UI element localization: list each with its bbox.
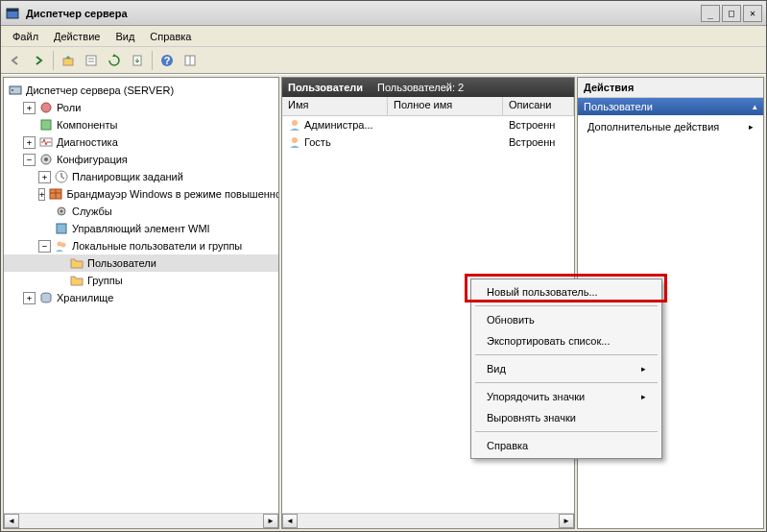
ctx-help[interactable]: Справка — [473, 435, 659, 456]
help-button[interactable]: ? — [156, 50, 178, 71]
svg-point-26 — [61, 243, 66, 248]
roles-icon — [38, 100, 54, 115]
svg-point-17 — [44, 157, 48, 161]
scrollbar-horizontal[interactable]: ◄ ► — [4, 513, 278, 528]
wmi-icon — [54, 221, 69, 236]
svg-point-28 — [292, 120, 298, 126]
expander-icon[interactable]: − — [38, 240, 51, 253]
tree-config[interactable]: − Конфигурация — [4, 151, 278, 168]
svg-point-12 — [12, 89, 13, 91]
tree-storage[interactable]: + Хранилище — [4, 289, 278, 306]
maximize-button[interactable]: □ — [722, 5, 741, 22]
expander-icon[interactable]: + — [38, 171, 51, 183]
menu-view[interactable]: Вид — [108, 29, 142, 44]
scroll-left-icon[interactable]: ◄ — [4, 514, 19, 528]
tree-label: Роли — [57, 102, 81, 113]
folder-icon — [69, 273, 84, 288]
folder-icon — [69, 255, 84, 271]
ctx-refresh[interactable]: Обновить — [473, 309, 659, 330]
expander-icon[interactable]: + — [23, 136, 36, 149]
tree-label: Управляющий элемент WMI — [72, 223, 210, 234]
expander-icon[interactable]: + — [23, 292, 36, 304]
storage-icon — [38, 290, 54, 305]
col-description[interactable]: Описани — [503, 97, 574, 115]
toolbar: ? — [1, 47, 766, 74]
actions-subheader[interactable]: Пользователи ▴ — [578, 98, 763, 115]
user-desc: Встроенн — [503, 136, 574, 148]
actions-more[interactable]: Дополнительные действия ▸ — [578, 115, 763, 138]
svg-rect-3 — [86, 56, 96, 65]
forward-button[interactable] — [28, 50, 49, 71]
menu-file[interactable]: Файл — [5, 29, 46, 44]
tree-label: Компоненты — [57, 119, 117, 131]
separator — [53, 51, 54, 70]
menu-action[interactable]: Действие — [46, 29, 108, 44]
ctx-view[interactable]: Вид▸ — [473, 358, 659, 379]
diagnostics-icon — [38, 134, 54, 150]
minimize-button[interactable]: _ — [701, 5, 720, 22]
firewall-icon — [48, 186, 63, 202]
user-name: Гость — [304, 136, 331, 148]
tree-wmi[interactable]: Управляющий элемент WMI — [4, 220, 278, 237]
svg-rect-2 — [63, 59, 73, 65]
components-icon — [38, 117, 54, 133]
separator — [152, 51, 153, 70]
tree-label: Планировщик заданий — [72, 171, 183, 182]
separator — [475, 305, 658, 306]
list-item[interactable]: Администра... Встроенн — [282, 116, 574, 133]
actions-more-label: Дополнительные действия — [587, 121, 719, 133]
tree-label: Группы — [87, 275, 123, 286]
ctx-arrange[interactable]: Упорядочить значки▸ — [473, 386, 659, 407]
ctx-align[interactable]: Выровнять значки — [473, 407, 659, 428]
ctx-new-user[interactable]: Новый пользователь... — [473, 281, 659, 302]
svg-rect-11 — [10, 86, 21, 94]
tree-scheduler[interactable]: + Планировщик заданий — [4, 168, 278, 185]
svg-point-29 — [292, 137, 298, 143]
user-desc: Встроенн — [503, 119, 574, 131]
user-name: Администра... — [304, 119, 373, 131]
properties-button[interactable] — [81, 50, 102, 71]
scroll-left-icon[interactable]: ◄ — [282, 514, 298, 528]
separator — [475, 354, 658, 355]
list-item[interactable]: Гость Встроенн — [282, 133, 574, 151]
tree-users[interactable]: Пользователи — [4, 254, 278, 272]
tree-label: Пользователи — [87, 257, 156, 269]
scroll-right-icon[interactable]: ► — [263, 514, 278, 528]
tree-local-users[interactable]: − Локальные пользователи и группы — [4, 237, 278, 254]
chevron-right-icon: ▸ — [641, 364, 646, 374]
titlebar: Диспетчер сервера _ □ ✕ — [1, 1, 766, 26]
list-count: Пользователей: 2 — [377, 82, 464, 93]
menubar: Файл Действие Вид Справка — [1, 26, 766, 47]
tree-firewall[interactable]: + Брандмауэр Windows в режиме повышенно — [4, 185, 278, 203]
svg-rect-24 — [57, 224, 66, 233]
tree-roles[interactable]: + Роли — [4, 99, 278, 116]
users-icon — [54, 238, 69, 254]
col-name[interactable]: Имя — [282, 97, 388, 115]
expander-icon[interactable]: − — [23, 154, 36, 166]
tree-components[interactable]: Компоненты — [4, 116, 278, 133]
tree-root[interactable]: Диспетчер сервера (SERVER) — [4, 82, 278, 99]
server-icon — [8, 83, 23, 98]
back-button[interactable] — [5, 50, 26, 71]
close-button[interactable]: ✕ — [743, 5, 762, 22]
refresh-button[interactable] — [104, 50, 125, 71]
menu-help[interactable]: Справка — [142, 29, 199, 44]
clock-icon — [54, 169, 69, 184]
export-button[interactable] — [127, 50, 148, 71]
user-icon — [288, 135, 301, 149]
expander-icon[interactable]: + — [38, 188, 45, 201]
pane-button[interactable] — [180, 50, 201, 71]
ctx-export[interactable]: Экспортировать список... — [473, 330, 659, 351]
tree-panel: Диспетчер сервера (SERVER) + Роли Компон… — [3, 77, 279, 529]
svg-rect-1 — [7, 9, 18, 12]
tree-groups[interactable]: Группы — [4, 272, 278, 289]
up-button[interactable] — [58, 50, 79, 71]
gear-icon — [54, 204, 69, 219]
scroll-right-icon[interactable]: ► — [559, 514, 574, 528]
tree-diagnostics[interactable]: + Диагностика — [4, 133, 278, 151]
scrollbar-horizontal[interactable]: ◄ ► — [282, 513, 574, 528]
chevron-right-icon: ▸ — [641, 392, 646, 401]
tree-services[interactable]: Службы — [4, 203, 278, 220]
expander-icon[interactable]: + — [23, 102, 36, 114]
col-fullname[interactable]: Полное имя — [388, 97, 503, 115]
